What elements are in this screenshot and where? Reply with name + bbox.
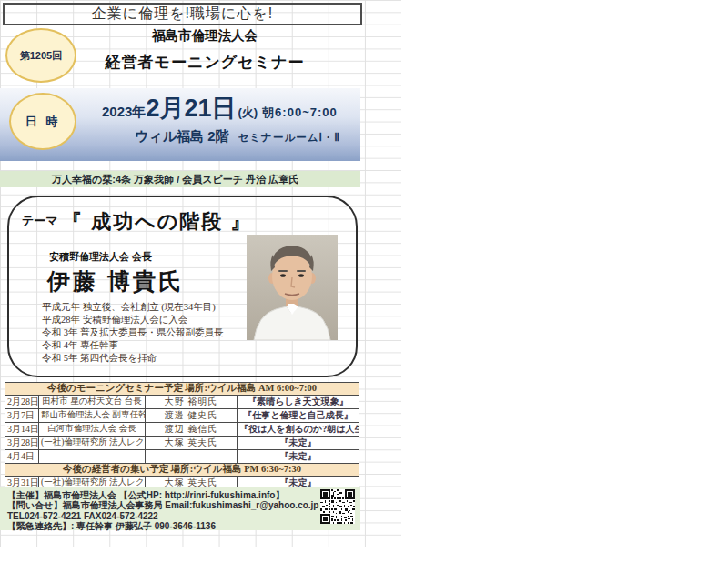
program-info-bar: 万人幸福の栞:4条 万象我師 / 会員スピーチ 丹治 広章氏 (0, 171, 360, 187)
cell-date: 4月4日 (5, 450, 39, 464)
bio-line: 令和 3年 普及拡大委員長・県公報副委員長 (42, 326, 224, 339)
theme-title: 『 成功への階段 』 (62, 210, 252, 233)
venue-name: ウィル福島 2階 (135, 128, 229, 144)
event-time: 朝6:00~7:00 (262, 105, 338, 119)
datetime-banner: 日 時 2023年2月21日(火)朝6:00~7:00 ウィル福島 2階セミナー… (0, 88, 360, 161)
qr-code-graphic (320, 489, 355, 524)
cell-title: 郡山市倫理法人会 副専任幹事 (39, 409, 146, 423)
cell-name: 渡邊 健史氏 (146, 409, 238, 423)
event-weekday: (火) (238, 105, 258, 119)
table-row: 3月14日 白河市倫理法人会 会長 渡辺 義信氏 『役は人を創るのか?朝は人生を… (5, 423, 359, 437)
footer-phone-line: TEL024-572-4221 FAX024-572-4222 (7, 511, 360, 521)
organization-name: 福島市倫理法人会 (55, 27, 355, 45)
cell-name: 渡辺 義信氏 (146, 423, 238, 437)
cell-title: 田村市 星の村天文台 台長 (39, 396, 146, 409)
evening-schedule-header-row: 今後の経営者の集い予定 場所:ウイル福島 PM 6:30~7:30 (5, 464, 359, 477)
cell-title: 白河市倫理法人会 会長 (39, 423, 146, 437)
cell-theme: 『仕事と倫理と自己成長』 (238, 409, 359, 423)
cell-theme: 『未定』 (238, 450, 359, 464)
venue-room: セミナールームⅠ・Ⅱ (238, 132, 340, 143)
table-row: 3月7日 郡山市倫理法人会 副専任幹事 渡邊 健史氏 『仕事と倫理と自己成長』 (5, 409, 359, 423)
bio-line: 令和 5年 第四代会長を拝命 (42, 352, 224, 365)
event-year: 2023年 (102, 104, 146, 119)
bio-line: 平成元年 独立後、会社創立 (現在34年目) (42, 301, 224, 314)
cell-title (39, 450, 146, 464)
slogan-box: 企業に倫理を!職場に心を! (3, 3, 362, 25)
footer-organizer-line: 【主催】福島市倫理法人会 【公式HP: http://rinri-fukushi… (7, 490, 360, 500)
table-row: 2月28日 田村市 星の村天文台 台長 大野 裕明氏 『素晴らしき天文現象』 (5, 396, 359, 409)
datetime-badge: 日 時 (9, 93, 76, 150)
speaker-affiliation: 安積野倫理法人会 会長 (49, 250, 152, 264)
speaker-photo (247, 235, 338, 340)
speaker-bio: 平成元年 独立後、会社創立 (現在34年目) 平成28年 安積野倫理法人会に入会… (42, 301, 224, 365)
footer-contact-block: 【主催】福島市倫理法人会 【公式HP: http://rinri-fukushi… (0, 487, 360, 530)
speaker-name: 伊藤 博貴氏 (47, 266, 184, 296)
morning-schedule-header-row: 今後のモーニングセミナー予定 場所:ウイル福島 AM 6:00~7:00 (5, 383, 359, 396)
evening-schedule-header: 今後の経営者の集い予定 場所:ウイル福島 PM 6:30~7:30 (5, 464, 359, 477)
bio-line: 令和 4年 専任幹事 (42, 339, 224, 352)
qr-code (320, 489, 355, 524)
cell-date: 3月7日 (5, 409, 39, 423)
slogan-text: 企業に倫理を!職場に心を! (92, 5, 273, 24)
cell-title: (一社)倫理研究所 法人レクチャラー (39, 437, 146, 450)
theme-line: テーマ 『 成功への階段 』 (22, 208, 252, 236)
cell-name: 大塚 英夫氏 (146, 437, 238, 450)
venue-line: ウィル福島 2階セミナールームⅠ・Ⅱ (135, 128, 340, 146)
table-row: 3月28日 (一社)倫理研究所 法人レクチャラー 大塚 英夫氏 『未定』 (5, 437, 359, 450)
table-row: 4月4日 『未定』 (5, 450, 359, 464)
morning-schedule-header: 今後のモーニングセミナー予定 場所:ウイル福島 AM 6:00~7:00 (5, 383, 359, 396)
datetime-badge-label: 日 時 (25, 114, 61, 130)
datetime-line: 2023年2月21日(火)朝6:00~7:00 (102, 92, 338, 125)
footer-emergency-line: 【緊急連絡先】: 専任幹事 伊藤弘子 090-3646-1136 (7, 521, 360, 531)
flyer-sheet: 企業に倫理を!職場に心を! 第1205回 福島市倫理法人会 経営者モーニングセミ… (0, 0, 728, 572)
cell-name (146, 450, 238, 464)
schedule-table: 今後のモーニングセミナー予定 場所:ウイル福島 AM 6:00~7:00 2月2… (5, 382, 359, 490)
cell-theme: 『未定』 (238, 437, 359, 450)
cell-name: 大野 裕明氏 (146, 396, 238, 409)
footer-contact-line: 【問い合せ】福島市倫理法人会事務局 Email:fukushimashi_r@y… (7, 500, 360, 510)
cell-date: 3月14日 (5, 423, 39, 437)
theme-label: テーマ (22, 214, 58, 227)
cell-date: 2月28日 (5, 396, 39, 409)
speaker-portrait-graphic (247, 235, 338, 340)
cell-date: 3月28日 (5, 437, 39, 450)
cell-theme: 『素晴らしき天文現象』 (238, 396, 359, 409)
bio-line: 平成28年 安積野倫理法人会に入会 (42, 314, 224, 326)
event-date: 2月21日 (146, 95, 236, 122)
event-title: 経営者モーニングセミナー (55, 52, 355, 73)
cell-theme: 『役は人を創るのか?朝は人生を変えるのか?』 (238, 423, 359, 437)
